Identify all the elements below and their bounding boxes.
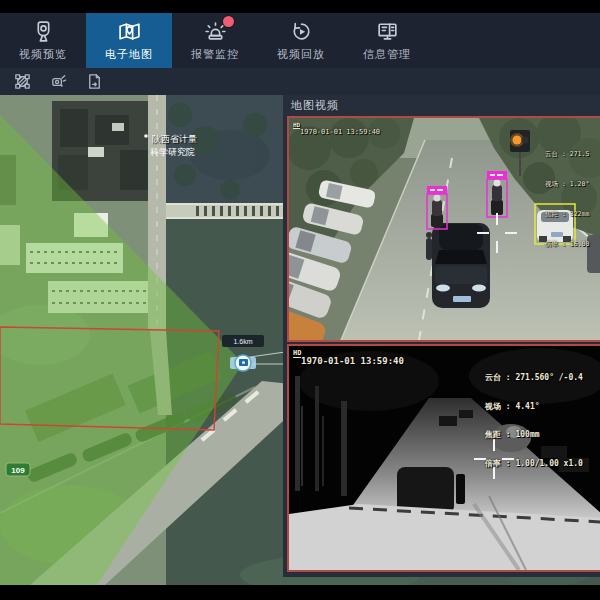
tab-label: 报警监控 — [191, 47, 239, 62]
monitor-info-icon — [375, 19, 400, 44]
video-feed-visible[interactable]: HD 1970-01-01 13:59:40 云台 : 271.5 视场 : 1… — [287, 116, 600, 342]
pedestrian — [426, 232, 432, 260]
tab-label: 电子地图 — [105, 47, 153, 62]
tab-label: 视频回放 — [277, 47, 325, 62]
app-window: 视频预览 电子地图 报警监控 视频回放 — [0, 0, 600, 600]
tab-video-preview[interactable]: 视频预览 — [0, 13, 86, 68]
dome-camera-icon — [31, 19, 56, 44]
tab-electronic-map[interactable]: 电子地图 — [86, 13, 172, 68]
playback-clock-icon — [289, 19, 314, 44]
tab-alarm-monitor[interactable]: 报警监控 — [172, 13, 258, 68]
video1-ptz-readout: 云台 : 271.5 视场 : 1.20° 焦距 : 322mm 倍率 : 16… — [545, 129, 589, 269]
video-feed-thermal[interactable]: HD 1970-01-01 13:59:40 云台 : 271.560° /-0… — [287, 344, 600, 572]
export-file-icon — [85, 72, 104, 91]
draw-polygon-icon — [13, 72, 32, 91]
panel-title: 地图视频 — [283, 95, 600, 116]
ptz-pan: 云台 : 271.560° /-0.4 — [485, 373, 583, 383]
ptz-zoom: 倍率 : 1.00/1.00 x1.0 — [485, 459, 583, 469]
thermal-bollard — [456, 474, 465, 504]
svg-text:109: 109 — [11, 466, 25, 475]
main-nav: 视频预览 电子地图 报警监控 视频回放 — [0, 13, 600, 68]
ptz-pan: 云台 : 271.5 — [545, 149, 589, 159]
place-camera-button[interactable] — [46, 71, 70, 93]
ptz-fov: 视场 : 1.20° — [545, 179, 589, 189]
camera-marker-label: 1.6km — [233, 338, 252, 345]
video2-ptz-readout: 云台 : 271.560° /-0.4 视场 : 4.41° 焦距 : 100m… — [485, 354, 583, 487]
ptz-zoom: 倍率 : 16.00 — [545, 239, 589, 249]
tab-video-playback[interactable]: 视频回放 — [258, 13, 344, 68]
tab-info-management[interactable]: 信息管理 — [344, 13, 430, 68]
export-file-button[interactable] — [82, 71, 106, 93]
tab-label: 信息管理 — [363, 47, 411, 62]
tab-label: 视频预览 — [19, 47, 67, 62]
approaching-car — [432, 223, 490, 308]
ptz-fov: 视场 : 4.41° — [485, 402, 583, 412]
ptz-focal: 焦距 : 322mm — [545, 209, 589, 219]
video1-timestamp: 1970-01-01 13:59:40 — [300, 128, 380, 136]
poi-label-line2: 科学研究院 — [150, 147, 195, 157]
map-toolbar — [0, 68, 600, 95]
ptz-focal: 焦距 : 100mm — [485, 430, 583, 440]
bottom-black-bar — [0, 585, 600, 600]
top-black-bar — [0, 0, 600, 13]
video2-timestamp: 1970-01-01 13:59:40 — [301, 356, 404, 366]
poi-label-line1: 陕西省计量 — [152, 134, 197, 144]
content-area: 陕西省计量 科学研究院 109 1.6km 地图视频 — [0, 95, 600, 585]
map-video-panel: 地图视频 — [283, 95, 600, 577]
draw-polygon-button[interactable] — [10, 71, 34, 93]
camera-location-icon — [49, 72, 68, 91]
alarm-badge — [223, 16, 234, 27]
road-number-badge: 109 — [6, 463, 30, 476]
map-pin-icon — [117, 19, 142, 44]
